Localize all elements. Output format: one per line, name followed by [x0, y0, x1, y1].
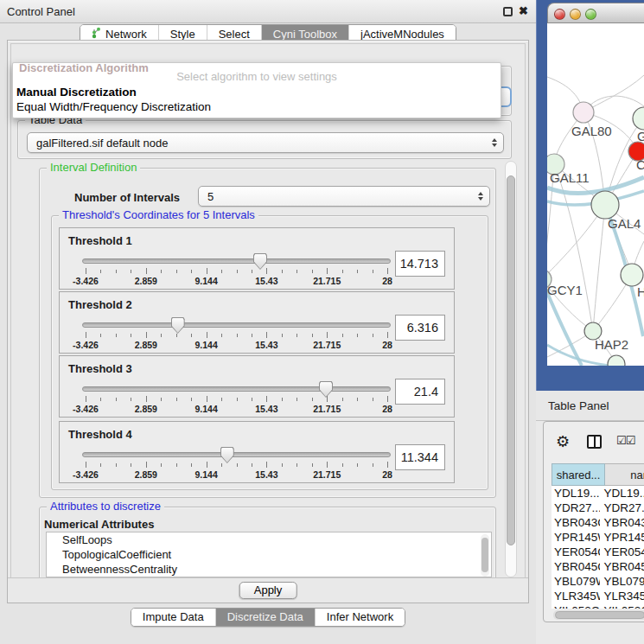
network-node[interactable] [621, 264, 643, 286]
tab-infer-network[interactable]: Infer Network [315, 609, 405, 626]
table-row[interactable]: YBL079WYBL079W [552, 574, 644, 589]
threshold-4-value[interactable]: 11.344 [395, 444, 445, 470]
cell-shared-name[interactable]: YPR145W [552, 530, 600, 545]
tick-mark [373, 398, 373, 401]
cell-shared-name[interactable]: YLR345W [552, 589, 600, 603]
tick-mark [116, 270, 117, 273]
scrollbar-thumb[interactable] [507, 175, 515, 545]
column-header-shared-name[interactable]: shared... [552, 463, 605, 486]
scale-label-28: 28 [382, 276, 392, 286]
zoom-traffic-light[interactable] [585, 9, 596, 20]
cell-name[interactable]: YDR27... [600, 501, 644, 515]
network-view-canvas[interactable]: GAL80GGAL11CGAL4GCY1HHAP2 [547, 23, 644, 366]
node-label-gal80: GAL80 [571, 124, 612, 138]
threshold-4-slider[interactable]: -3.4262.8599.14415.4321.71528 [82, 450, 391, 482]
tick-mark [327, 462, 328, 468]
network-node[interactable] [591, 191, 619, 219]
cell-shared-name[interactable]: YBL079W [552, 574, 600, 589]
network-node[interactable] [608, 355, 625, 366]
split-columns-icon[interactable] [587, 435, 602, 449]
attribute-item-topologicalcoefficient[interactable]: TopologicalCoefficient [47, 547, 491, 562]
threshold-3-slider[interactable]: -3.4262.8599.14415.4321.71528 [82, 384, 391, 417]
cell-name[interactable]: YBL079W [600, 574, 644, 589]
cell-name[interactable]: YER054C [600, 545, 644, 559]
number-of-intervals-combobox[interactable]: 5 [198, 186, 490, 207]
threshold-4-panel: Threshold 4 -3.4262.8599.14415.4321.7152… [59, 421, 455, 483]
node-label-hap2: HAP2 [595, 337, 628, 352]
cell-name[interactable]: YBR043C [600, 515, 644, 530]
column-header-name[interactable]: name [605, 463, 644, 486]
threshold-2-slider[interactable]: -3.4262.8599.14415.4321.71528 [82, 320, 391, 353]
table-row[interactable]: YBR045CYBR045C [552, 559, 644, 574]
select-columns-icon[interactable]: ☑☑ [616, 434, 634, 447]
table-row[interactable]: YIL052CYIL052C [552, 603, 644, 609]
table-horizontal-scrollbar[interactable] [553, 610, 644, 620]
node-label-h: H [637, 284, 644, 299]
table-row[interactable]: YDL19...YDL19... [552, 486, 644, 501]
tick-mark [373, 270, 373, 273]
network-node[interactable] [573, 102, 594, 123]
cell-shared-name[interactable]: YIL052C [552, 603, 600, 609]
table-row[interactable]: YER054CYER054C [552, 545, 644, 559]
tab-impute-data[interactable]: Impute Data [131, 609, 215, 626]
cell-name[interactable]: YDL19... [600, 486, 644, 501]
cell-shared-name[interactable]: YBR043C [552, 515, 600, 530]
table-row[interactable]: YBR043CYBR043C [552, 515, 644, 530]
node-label-gal4: GAL4 [608, 216, 641, 231]
cell-shared-name[interactable]: YER054C [552, 545, 600, 559]
tick-mark [100, 334, 101, 337]
cell-name[interactable]: YBR045C [600, 559, 644, 574]
tick-mark [237, 398, 238, 401]
threshold-2-value[interactable]: 6.316 [395, 315, 445, 341]
attributes-list-scrollbar[interactable] [481, 534, 489, 577]
network-node[interactable] [633, 107, 644, 130]
threshold-3-value[interactable]: 21.4 [395, 379, 445, 405]
tick-mark [116, 463, 117, 467]
close-traffic-light[interactable] [554, 9, 565, 20]
scale-label-28: 28 [382, 340, 392, 350]
tab-discretize-data[interactable]: Discretize Data [215, 609, 315, 626]
table-body[interactable]: YDL19...YDL19...YDR27...YDR27...YBR043CY… [552, 486, 644, 609]
popup-item-equal-width-frequency[interactable]: Equal Width/Frequency Discretization [16, 100, 498, 115]
node-label-gal11: GAL11 [550, 170, 590, 185]
float-window-icon[interactable] [503, 7, 513, 16]
threshold-1-slider[interactable]: -3.4262.8599.14415.4321.71528 [82, 256, 391, 289]
table-row[interactable]: YLR345WYLR345W [552, 589, 644, 603]
table-row[interactable]: YDR27...YDR27... [552, 501, 644, 515]
gear-icon[interactable]: ⚙ [556, 432, 570, 451]
cell-shared-name[interactable]: YDL19... [552, 486, 600, 501]
minimize-traffic-light[interactable] [570, 9, 581, 20]
cell-name[interactable]: YPR145W [600, 530, 644, 545]
tick-mark [282, 463, 283, 467]
tick-mark [373, 334, 373, 337]
table-row[interactable]: YPR145WYPR145W [552, 530, 644, 545]
close-icon[interactable]: ✖ [519, 4, 528, 17]
cell-shared-name[interactable]: YDR27... [552, 501, 600, 515]
tick-mark [252, 463, 252, 467]
tick-mark [100, 270, 101, 273]
tick-mark [221, 398, 222, 401]
popup-item-manual-discretization[interactable]: Manual Discretization [16, 86, 498, 100]
tick-mark [387, 268, 388, 274]
attribute-item-selfloops[interactable]: SelfLoops [47, 532, 491, 547]
network-window-titlebar[interactable] [547, 3, 644, 23]
control-panel-titlebar[interactable]: Control Panel ✖ [0, 0, 536, 23]
settings-vertical-scrollbar[interactable] [505, 161, 517, 577]
tick-mark [207, 268, 207, 274]
cell-shared-name[interactable]: YBR045C [552, 559, 600, 574]
tick-mark [252, 334, 252, 337]
discretization-algorithm-title: Discretization Algorithm [19, 61, 149, 74]
cell-name[interactable]: YIL052C [600, 603, 644, 609]
node-label-c: C [636, 157, 644, 172]
threshold-1-value[interactable]: 14.713 [395, 251, 445, 277]
network-graph[interactable]: GAL80GGAL11CGAL4GCY1HHAP2 [547, 23, 644, 366]
cell-name[interactable]: YLR345W [600, 589, 644, 603]
numerical-attributes-list[interactable]: SelfLoopsTopologicalCoefficientBetweenne… [46, 532, 492, 577]
scrollbar-thumb[interactable] [481, 538, 488, 572]
attribute-item-betweennesscentrality[interactable]: BetweennessCentrality [47, 562, 491, 577]
scrollbar-thumb[interactable] [555, 611, 644, 619]
apply-button[interactable]: Apply [239, 582, 297, 599]
table-data-combobox[interactable]: galFiltered.sif default node [27, 132, 504, 153]
table-panel-titlebar[interactable]: Table Panel [536, 391, 644, 421]
tick-mark [282, 270, 283, 273]
